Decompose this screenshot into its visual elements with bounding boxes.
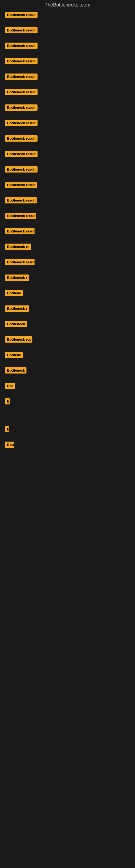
- bottleneck-result-badge[interactable]: Bottleneck result: [5, 12, 38, 18]
- result-item: Bottleneck result: [3, 10, 132, 21]
- result-item: Bottleneck result: [3, 134, 132, 144]
- result-item: [3, 480, 132, 488]
- bottleneck-result-badge[interactable]: Bottleneck result: [5, 27, 38, 33]
- result-item: [3, 468, 132, 475]
- bottleneck-result-badge[interactable]: Bottleneck r: [5, 305, 29, 312]
- bottleneck-result-badge[interactable]: Bottleneck: [5, 367, 27, 373]
- bottleneck-result-badge[interactable]: Bottleneck result: [5, 73, 38, 80]
- result-item: Bottlene: [3, 288, 132, 299]
- result-item: Bottleneck result: [3, 103, 132, 113]
- bottleneck-result-badge[interactable]: Bottleneck result: [5, 151, 38, 157]
- result-item: Bottleneck result: [3, 118, 132, 129]
- result-item: B: [3, 397, 132, 407]
- bottleneck-result-badge[interactable]: Bottleneck: [5, 321, 27, 327]
- bottleneck-result-badge[interactable]: Bottleneck result: [5, 104, 38, 111]
- result-item: Bottleneck: [3, 319, 132, 330]
- result-item: Bottleneck: [3, 366, 132, 376]
- bottleneck-result-badge[interactable]: Bottlene: [5, 352, 23, 358]
- bottleneck-result-badge[interactable]: Bottleneck result: [5, 89, 38, 95]
- result-item: Bott: [3, 440, 132, 451]
- bottleneck-result-badge[interactable]: Bottleneck result: [5, 228, 35, 235]
- result-item: Bottleneck result: [3, 149, 132, 160]
- result-item: Bottleneck result: [3, 41, 132, 52]
- result-item: Bottleneck r: [3, 273, 132, 283]
- result-item: [3, 456, 132, 463]
- result-item: Bottleneck result: [3, 257, 132, 268]
- bottleneck-result-badge[interactable]: Bottleneck result: [5, 42, 38, 49]
- bottleneck-result-badge[interactable]: Bott: [5, 442, 14, 448]
- bottleneck-result-badge[interactable]: Bottleneck result: [5, 58, 38, 64]
- bottleneck-result-badge[interactable]: Bottleneck result: [5, 197, 37, 204]
- result-item: Bottleneck result: [3, 226, 132, 237]
- bottleneck-result-badge[interactable]: Bottleneck re: [5, 244, 31, 250]
- result-item: Bottleneck result: [3, 72, 132, 83]
- site-title: TheBottlenecker.com: [0, 0, 135, 10]
- bottleneck-result-badge[interactable]: Bottlene: [5, 290, 23, 296]
- result-item: Bottleneck result: [3, 211, 132, 222]
- bottleneck-result-badge[interactable]: B: [5, 398, 10, 404]
- result-item: Bottlene: [3, 350, 132, 361]
- result-item: B: [3, 425, 132, 435]
- result-item: Bottleneck result: [3, 165, 132, 175]
- result-item: Bottleneck result: [3, 56, 132, 67]
- bottleneck-result-badge[interactable]: Bottleneck result: [5, 213, 36, 219]
- bottleneck-result-badge[interactable]: Bottleneck r: [5, 275, 29, 281]
- result-item: Bot: [3, 381, 132, 392]
- bottleneck-result-badge[interactable]: Bottleneck result: [5, 120, 38, 126]
- result-item: Bottleneck r: [3, 304, 132, 314]
- bottleneck-result-badge[interactable]: Bot: [5, 383, 15, 389]
- result-item: Bottleneck re: [3, 242, 132, 252]
- result-item: [3, 412, 132, 420]
- result-item: Bottleneck res: [3, 335, 132, 345]
- bottleneck-result-badge[interactable]: Bottleneck result: [5, 182, 37, 188]
- result-item: Bottleneck result: [3, 195, 132, 206]
- bottleneck-result-badge[interactable]: Bottleneck result: [5, 259, 35, 265]
- result-item: Bottleneck result: [3, 87, 132, 98]
- result-item: Bottleneck result: [3, 180, 132, 191]
- bottleneck-result-badge[interactable]: Bottleneck result: [5, 166, 38, 173]
- bottleneck-result-badge[interactable]: B: [5, 426, 9, 432]
- bottleneck-result-badge[interactable]: Bottleneck result: [5, 135, 38, 142]
- result-item: [3, 493, 132, 500]
- result-item: [3, 505, 132, 513]
- bottleneck-result-badge[interactable]: Bottleneck res: [5, 336, 32, 343]
- result-item: Bottleneck result: [3, 26, 132, 36]
